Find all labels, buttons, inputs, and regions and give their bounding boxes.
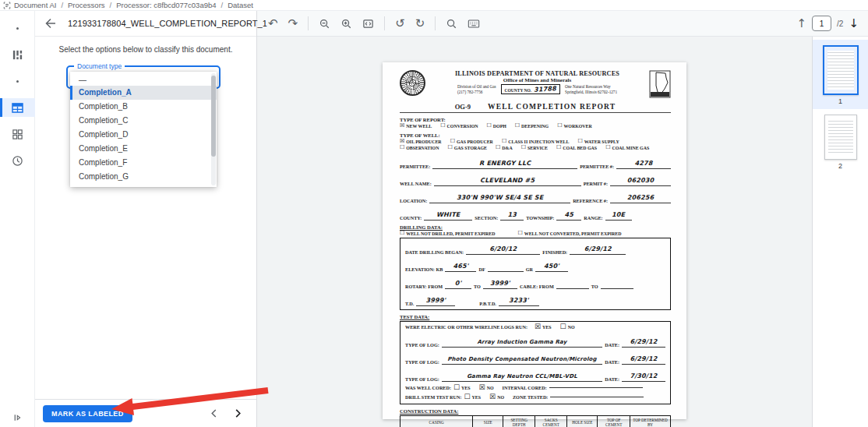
dataset-table-icon bbox=[12, 103, 23, 113]
zoom-out-icon[interactable] bbox=[319, 18, 330, 30]
test-data-box: WERE ELECTRIC OR OTHER WIRELINE LOGS RUN… bbox=[400, 321, 671, 404]
construction-data-table: CASING SIZE SETTING DEPTH SACKS CEMENT H… bbox=[400, 415, 671, 427]
thumbnail-1-container: 1 bbox=[813, 40, 868, 109]
page-thumbnails-panel: 1 2 bbox=[812, 37, 868, 427]
county-no-value: 31788 bbox=[534, 85, 556, 93]
dropdown-scrollbar[interactable] bbox=[211, 73, 216, 185]
expand-panel-icon bbox=[13, 413, 23, 422]
undo-icon[interactable]: ↶ bbox=[268, 18, 278, 30]
clock-icon bbox=[12, 155, 23, 167]
fit-to-width-icon[interactable] bbox=[362, 18, 374, 30]
checkbox-icon: ☐ bbox=[447, 145, 452, 150]
document-ai-logo-icon bbox=[3, 2, 11, 9]
form-title: WELL COMPLETION REPORT bbox=[488, 103, 616, 111]
next-document-button[interactable] bbox=[234, 408, 242, 418]
dropdown-option-empty[interactable]: — bbox=[70, 74, 217, 86]
checkbox-icon: ☐ bbox=[450, 139, 455, 144]
checkbox-checked-icon: ☒ bbox=[400, 139, 404, 144]
rail-item-history[interactable] bbox=[0, 151, 35, 170]
search-icon[interactable] bbox=[446, 18, 457, 30]
checkbox-icon: ☐ bbox=[502, 139, 506, 144]
rail-item-labels[interactable] bbox=[0, 125, 35, 143]
illinois-map-image bbox=[649, 70, 671, 101]
next-page-icon[interactable]: ↓ bbox=[849, 18, 859, 30]
permittee-value: R ENERGY LLC bbox=[479, 160, 531, 167]
rail-item-dataset[interactable] bbox=[0, 98, 35, 117]
dropdown-scrollbar-thumb[interactable] bbox=[211, 76, 216, 157]
location-value: 330'N 990'W SE/4 SE SE bbox=[457, 194, 544, 201]
previous-page-icon[interactable]: ↑ bbox=[797, 18, 807, 30]
chevron-right-icon bbox=[234, 408, 242, 418]
dropdown-option[interactable]: Completion_G bbox=[70, 170, 217, 184]
dropdown-option[interactable]: Completion_C bbox=[70, 114, 217, 128]
document-canvas: ILLINOIS DEPARTMENT OF NATURAL RESOURCES… bbox=[257, 37, 812, 427]
thumbnail-1-label: 1 bbox=[838, 97, 842, 105]
dropdown-option[interactable]: Completion_F bbox=[70, 156, 217, 170]
checkbox-icon: ☐ bbox=[464, 393, 471, 401]
state-seal-image bbox=[400, 70, 425, 96]
checkbox-icon: ☐ bbox=[453, 384, 460, 391]
dot-icon bbox=[16, 80, 19, 83]
panel-header: 121933178804_WELL_COMPLETION_REPORT_1 bbox=[35, 11, 256, 37]
expand-panel-button[interactable] bbox=[0, 413, 35, 422]
viewer-toolbar: ↶ ↷ ↺ ↻ bbox=[257, 11, 868, 37]
checkbox-icon: ☐ bbox=[496, 145, 500, 150]
checkbox-icon: ☐ bbox=[560, 323, 566, 330]
checkbox-icon: ☐ bbox=[605, 145, 610, 150]
page-thumbnail-2[interactable] bbox=[824, 115, 857, 160]
page-thumbnail-1[interactable] bbox=[823, 45, 859, 95]
thumbnail-2-label: 2 bbox=[838, 162, 842, 170]
chevron-left-icon bbox=[210, 408, 218, 418]
document-page[interactable]: ILLINOIS DEPARTMENT OF NATURAL RESOURCES… bbox=[383, 62, 686, 419]
page-navigation: ↑ /2 ↓ bbox=[797, 16, 859, 31]
checkbox-icon: ☐ bbox=[556, 145, 561, 150]
well-name-value: CLEVELAND #5 bbox=[480, 177, 535, 184]
toolbar-divider bbox=[435, 16, 436, 30]
dropdown-option[interactable]: Completion_D bbox=[70, 128, 217, 142]
checkbox-icon: ☐ bbox=[577, 139, 582, 144]
checkbox-icon: ☐ bbox=[487, 123, 492, 129]
form-number: OG-9 bbox=[455, 103, 471, 111]
toolbar-divider bbox=[308, 16, 309, 30]
drilling-data-box: DATE DRILLING BEGAN: 6/20/12 FINISHED: 6… bbox=[400, 238, 671, 310]
checkbox-icon: ☐ bbox=[515, 123, 520, 129]
processor-icon bbox=[12, 49, 23, 61]
redo-icon[interactable]: ↷ bbox=[288, 18, 298, 30]
mark-as-labeled-button[interactable]: MARK AS LABELED bbox=[43, 405, 132, 422]
toolbar-divider bbox=[384, 16, 385, 30]
breadcrumb-item-processors[interactable]: Processors bbox=[68, 1, 105, 9]
form-department: ILLINOIS DEPARTMENT OF NATURAL RESOURCES bbox=[430, 70, 644, 77]
checkbox-icon: ☐ bbox=[521, 145, 526, 150]
back-button[interactable] bbox=[44, 17, 57, 30]
dropdown-option[interactable]: Completion_E bbox=[70, 142, 217, 156]
checkbox-icon: ☐ bbox=[440, 123, 445, 129]
thumbnail-2-container: 2 bbox=[813, 109, 868, 174]
keyboard-shortcuts-icon[interactable] bbox=[468, 19, 480, 29]
grid-icon bbox=[12, 129, 23, 140]
breadcrumb: Document AI / Processors / Processor: c8… bbox=[0, 0, 868, 11]
zoom-in-icon[interactable] bbox=[340, 18, 352, 30]
select-floating-label: Document type bbox=[74, 62, 125, 70]
back-arrow-icon bbox=[44, 17, 57, 30]
prev-document-button[interactable] bbox=[210, 408, 218, 418]
breadcrumb-item-document-ai[interactable]: Document AI bbox=[14, 1, 56, 9]
classify-instruction: Select the options below to classify thi… bbox=[35, 45, 256, 54]
breadcrumb-item-processor-id[interactable]: Processor: c8fbcd077c03a9b4 bbox=[116, 1, 216, 9]
document-title: 121933178804_WELL_COMPLETION_REPORT_1 bbox=[68, 19, 267, 28]
checkbox-icon: ☐ bbox=[517, 231, 522, 236]
rotate-right-icon[interactable]: ↻ bbox=[415, 18, 425, 30]
checkbox-checked-icon: ☒ bbox=[479, 384, 485, 391]
rail-item-processor[interactable] bbox=[0, 45, 35, 64]
rail-overflow-dot bbox=[0, 19, 35, 37]
dropdown-option-selected[interactable]: Completion_A bbox=[70, 86, 217, 100]
page-total-label: /2 bbox=[837, 19, 843, 28]
left-nav-rail bbox=[0, 11, 35, 427]
checkbox-icon: ☐ bbox=[557, 123, 562, 129]
checkbox-checked-icon: ☒ bbox=[400, 123, 404, 129]
dropdown-option[interactable]: Completion_B bbox=[70, 100, 217, 114]
rail-overflow-dot bbox=[0, 72, 35, 90]
rotate-left-icon[interactable]: ↺ bbox=[395, 18, 405, 30]
classify-panel: 121933178804_WELL_COMPLETION_REPORT_1 Se… bbox=[35, 11, 257, 427]
page-number-input[interactable] bbox=[812, 16, 831, 31]
document-type-dropdown: — Completion_A Completion_B Completion_C… bbox=[70, 72, 217, 187]
